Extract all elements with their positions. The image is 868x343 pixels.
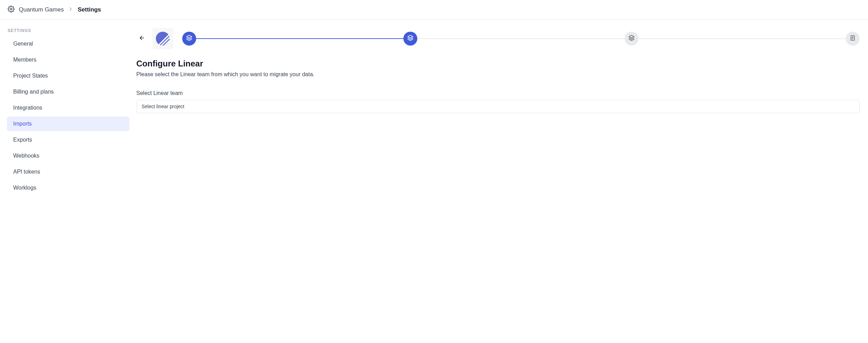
page-title: Configure Linear [136,59,860,69]
stepper [182,32,860,46]
gear-icon [8,6,15,14]
sidebar-item-project-states[interactable]: Project States [7,69,129,83]
step-line-3 [638,38,846,39]
header: Quantum Games Settings [0,0,868,20]
layers-icon [628,35,635,42]
sidebar-item-api-tokens[interactable]: API tokens [7,165,129,179]
breadcrumb: Quantum Games Settings [19,6,101,14]
layers-icon [186,35,192,42]
step-line-2 [417,38,625,39]
svg-marker-10 [629,35,634,38]
sidebar-item-worklogs[interactable]: Worklogs [7,181,129,195]
main-content: Configure Linear Please select the Linea… [136,20,868,205]
sidebar-item-webhooks[interactable]: Webhooks [7,149,129,163]
arrow-left-icon [139,35,145,42]
sidebar: SETTINGS General Members Project States … [0,20,136,205]
field-label-linear-team: Select Linear team [136,90,860,96]
back-button[interactable] [136,33,147,44]
step-4 [846,32,860,46]
svg-marker-8 [187,35,192,38]
sidebar-item-exports[interactable]: Exports [7,133,129,147]
sidebar-item-members[interactable]: Members [7,53,129,67]
select-placeholder: Select linear project [142,104,184,109]
import-topbar [136,28,860,49]
document-icon [850,35,856,42]
sidebar-item-imports[interactable]: Imports [7,117,129,131]
sidebar-item-billing[interactable]: Billing and plans [7,85,129,99]
step-3 [625,32,638,46]
breadcrumb-org[interactable]: Quantum Games [19,6,64,13]
sidebar-item-integrations[interactable]: Integrations [7,101,129,115]
svg-point-0 [10,8,12,10]
linear-logo [152,28,173,49]
sidebar-heading: SETTINGS [7,28,129,37]
step-1 [182,32,196,46]
chevron-right-icon [68,6,73,14]
layers-icon [407,35,413,42]
breadcrumb-page[interactable]: Settings [78,6,101,13]
svg-marker-9 [408,35,413,38]
page-subtitle: Please select the Linear team from which… [136,71,860,78]
step-line-1 [196,38,403,39]
linear-team-select[interactable]: Select linear project [136,100,860,113]
sidebar-item-general[interactable]: General [7,37,129,51]
step-2 [403,32,417,46]
